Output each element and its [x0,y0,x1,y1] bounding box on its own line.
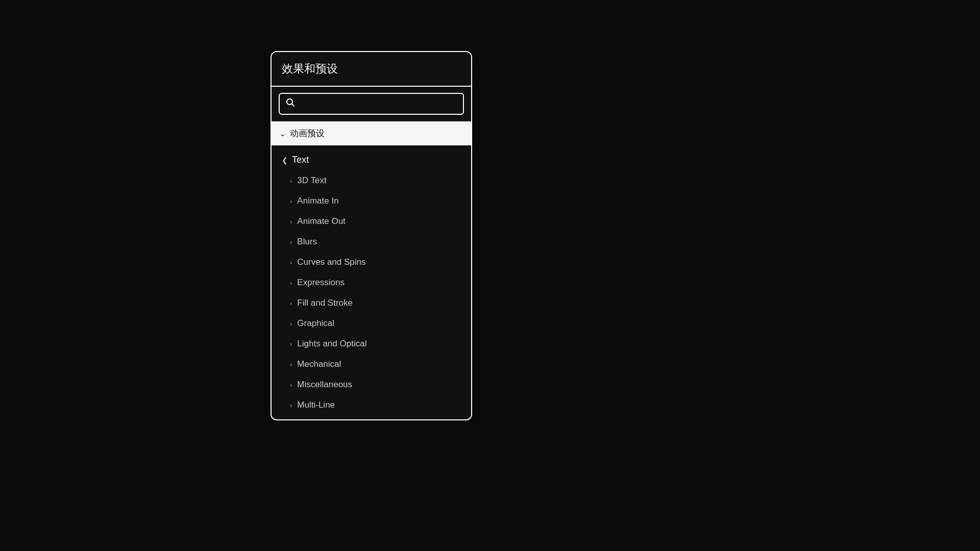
list-item[interactable]: › Animate In [272,191,471,211]
list-item-mechanical[interactable]: › Mechanical [272,354,471,374]
item-chevron-icon: › [290,402,292,409]
item-chevron-icon: › [290,259,292,266]
list-item[interactable]: › Fill and Stroke [272,293,471,313]
search-icon [286,98,295,110]
sub-items-list: › 3D Text › Animate In › Animate Out › B… [272,170,471,415]
item-label: Multi-Line [297,400,335,410]
panel-container: 效果和预设 ⌄ 动画预设 [271,51,472,420]
item-label: Expressions [297,278,345,288]
effects-panel: 效果和预设 ⌄ 动画预设 [271,51,472,420]
item-label: Mechanical [297,359,341,369]
item-label: Fill and Stroke [297,298,353,308]
chevron-down-icon: ⌄ [280,130,286,138]
item-chevron-icon: › [290,279,292,287]
svg-line-1 [292,104,295,107]
item-chevron-icon: › [290,177,292,185]
list-item[interactable]: › Animate Out [272,211,471,232]
item-label: Animate In [297,196,338,206]
list-item-graphical[interactable]: › Graphical [272,313,471,334]
tree-section: ⌄ 动画预设 ❮ Text › 3D Text › [272,121,471,419]
item-label: Blurs [297,237,317,247]
item-chevron-icon: › [290,197,292,205]
item-chevron-icon: › [290,238,292,246]
search-box[interactable] [279,93,464,115]
category-animation-presets[interactable]: ⌄ 动画预设 [272,121,471,145]
panel-header: 效果和预设 [272,52,471,87]
list-item-curves-and-spins[interactable]: › Curves and Spins [272,252,471,272]
chevron-right-icon: ❮ [282,156,288,164]
category-label: 动画预设 [290,128,325,139]
item-chevron-icon: › [290,320,292,328]
item-label: Curves and Spins [297,257,365,267]
item-label: Miscellaneous [297,380,352,390]
search-container [272,87,471,121]
list-item[interactable]: › Blurs [272,232,471,252]
panel-title: 效果和预设 [282,62,338,75]
list-item[interactable]: › Expressions [272,272,471,293]
item-chevron-icon: › [290,299,292,307]
item-chevron-icon: › [290,340,292,348]
search-input[interactable] [300,99,457,109]
subcategory-label: Text [292,155,309,165]
item-label: 3D Text [297,176,326,186]
subcategory-text[interactable]: ❮ Text [272,149,471,170]
item-chevron-icon: › [290,361,292,368]
list-item[interactable]: › 3D Text [272,170,471,191]
item-label: Lights and Optical [297,339,366,349]
item-chevron-icon: › [290,381,292,389]
list-item[interactable]: › Multi-Line [272,395,471,415]
item-label: Animate Out [297,216,346,227]
item-label: Graphical [297,318,334,329]
list-item[interactable]: › Miscellaneous [272,374,471,395]
item-chevron-icon: › [290,218,292,226]
items-list: ❮ Text › 3D Text › Animate In › [272,145,471,419]
list-item-lights-and-optical[interactable]: › Lights and Optical [272,334,471,354]
